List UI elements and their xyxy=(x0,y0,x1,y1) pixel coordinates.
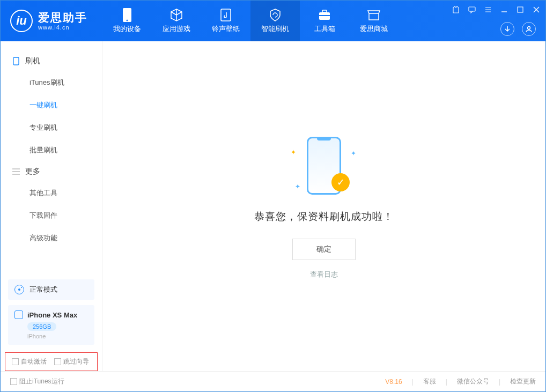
check-badge-icon: ✓ xyxy=(331,173,350,191)
sidebar-item-pro-flash[interactable]: 专业刷机 xyxy=(1,116,102,139)
header-bar: iu 爱思助手 www.i4.cn 我的设备 应用游戏 铃声壁纸 智能刷机 工具… xyxy=(1,1,545,41)
tab-label: 我的设备 xyxy=(113,24,141,34)
phone-icon xyxy=(12,57,20,65)
sidebar-item-advanced[interactable]: 高级功能 xyxy=(1,227,102,249)
tab-ringtone-wallpaper[interactable]: 铃声壁纸 xyxy=(201,1,250,41)
tab-apps-games[interactable]: 应用游戏 xyxy=(152,1,201,41)
svg-point-10 xyxy=(18,289,20,291)
checkbox-label: 阻止iTunes运行 xyxy=(19,378,64,385)
header-action-icons xyxy=(500,22,536,36)
logo-area: iu 爱思助手 www.i4.cn xyxy=(1,1,102,41)
device-name-row: iPhone XS Max xyxy=(14,310,88,319)
tab-label: 铃声壁纸 xyxy=(212,24,240,34)
ok-button[interactable]: 确定 xyxy=(292,239,356,260)
sparkle-icon: ✦ xyxy=(295,183,300,190)
sparkle-icon: ✦ xyxy=(351,150,356,157)
tab-store[interactable]: 爱思商城 xyxy=(349,1,399,41)
tab-label: 智能刷机 xyxy=(261,24,289,34)
block-itunes-checkbox[interactable]: 阻止iTunes运行 xyxy=(10,377,64,386)
checkbox-label: 跳过向导 xyxy=(63,358,89,365)
device-small-icon xyxy=(14,310,23,319)
store-icon xyxy=(367,8,381,22)
footer-bar: 阻止iTunes运行 V8.16 | 客服 | 微信公众号 | 检查更新 xyxy=(1,371,545,391)
skip-guide-checkbox[interactable]: 跳过向导 xyxy=(54,357,89,366)
success-illustration: ✦ ✦ ✦ ✓ xyxy=(281,134,367,198)
svg-point-11 xyxy=(21,287,22,288)
maximize-icon[interactable] xyxy=(517,6,524,13)
sidebar-item-other-tools[interactable]: 其他工具 xyxy=(1,182,102,204)
close-icon[interactable] xyxy=(533,6,540,13)
normal-mode-icon xyxy=(14,285,24,294)
svg-rect-2 xyxy=(221,9,231,21)
tab-toolbox[interactable]: 工具箱 xyxy=(300,1,349,41)
sidebar-item-batch-flash[interactable]: 批量刷机 xyxy=(1,139,102,161)
svg-point-8 xyxy=(528,27,530,29)
footer-right: V8.16 | 客服 | 微信公众号 | 检查更新 xyxy=(385,377,536,386)
svg-rect-7 xyxy=(518,7,523,12)
svg-rect-9 xyxy=(13,57,19,65)
sidebar-section-flash: 刷机 xyxy=(1,51,102,71)
main-content: ✦ ✦ ✦ ✓ 恭喜您，保资料刷机成功啦！ 确定 查看日志 xyxy=(102,41,545,371)
skin-icon[interactable] xyxy=(452,6,460,13)
music-file-icon xyxy=(219,8,233,22)
tab-label: 爱思商城 xyxy=(360,24,388,34)
device-type: iPhone xyxy=(27,333,88,339)
main-tabs: 我的设备 应用游戏 铃声壁纸 智能刷机 工具箱 爱思商城 xyxy=(102,1,399,41)
shield-refresh-icon xyxy=(268,8,282,22)
footer-left: 阻止iTunes运行 xyxy=(10,377,64,386)
toolbox-icon xyxy=(318,8,331,22)
sidebar-item-download-firmware[interactable]: 下载固件 xyxy=(1,204,102,227)
feedback-icon[interactable] xyxy=(468,6,476,13)
app-name: 爱思助手 xyxy=(38,11,87,24)
separator: | xyxy=(446,378,447,386)
tab-label: 应用游戏 xyxy=(163,24,190,34)
svg-rect-4 xyxy=(322,10,327,12)
cube-icon xyxy=(169,8,183,22)
section-title-text: 更多 xyxy=(25,167,40,176)
section-title-text: 刷机 xyxy=(25,56,40,66)
svg-rect-5 xyxy=(319,15,330,16)
window-controls xyxy=(452,6,540,13)
svg-point-1 xyxy=(127,20,128,21)
bottom-options-highlighted: 自动激活 跳过向导 xyxy=(5,352,98,371)
storage-tag: 256GB xyxy=(27,322,56,331)
app-url: www.i4.cn xyxy=(38,24,87,31)
device-name-text: iPhone XS Max xyxy=(27,311,77,319)
minimize-icon[interactable] xyxy=(500,6,508,13)
sidebar-item-oneclick-flash[interactable]: 一键刷机 xyxy=(1,94,102,116)
tab-smart-flash[interactable]: 智能刷机 xyxy=(250,1,300,41)
separator: | xyxy=(499,378,500,386)
device-box[interactable]: iPhone XS Max 256GB iPhone xyxy=(8,305,94,345)
version-text: V8.16 xyxy=(385,378,402,386)
customer-service-link[interactable]: 客服 xyxy=(423,377,436,386)
download-icon[interactable] xyxy=(500,22,514,36)
device-icon xyxy=(120,8,134,22)
user-icon[interactable] xyxy=(522,22,536,36)
body-row: 刷机 iTunes刷机 一键刷机 专业刷机 批量刷机 更多 其他工具 下载固件 … xyxy=(1,41,545,371)
check-update-link[interactable]: 检查更新 xyxy=(510,377,536,386)
auto-activate-checkbox[interactable]: 自动激活 xyxy=(12,357,47,366)
tab-my-device[interactable]: 我的设备 xyxy=(102,1,152,41)
success-message: 恭喜您，保资料刷机成功啦！ xyxy=(254,210,394,224)
mode-label: 正常模式 xyxy=(29,285,57,294)
sidebar-item-itunes-flash[interactable]: iTunes刷机 xyxy=(1,71,102,94)
view-log-link[interactable]: 查看日志 xyxy=(310,270,338,279)
sparkle-icon: ✦ xyxy=(291,149,296,156)
sidebar-section-more: 更多 xyxy=(1,161,102,182)
list-icon xyxy=(12,168,20,175)
wechat-link[interactable]: 微信公众号 xyxy=(457,377,489,386)
checkbox-label: 自动激活 xyxy=(21,358,47,365)
logo-icon: iu xyxy=(10,10,33,32)
menu-icon[interactable] xyxy=(484,6,492,13)
tab-label: 工具箱 xyxy=(314,24,335,34)
svg-rect-6 xyxy=(469,7,475,11)
sidebar: 刷机 iTunes刷机 一键刷机 专业刷机 批量刷机 更多 其他工具 下载固件 … xyxy=(1,41,102,371)
mode-box[interactable]: 正常模式 xyxy=(8,279,94,300)
separator: | xyxy=(412,378,414,386)
